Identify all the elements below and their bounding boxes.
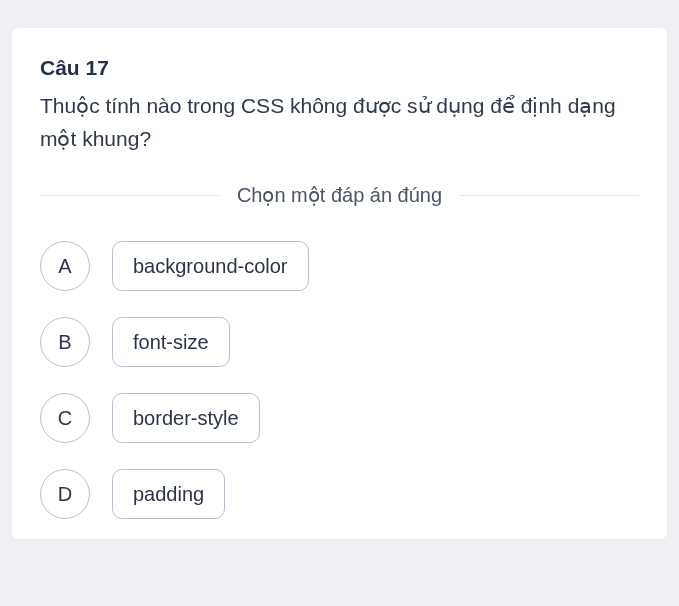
option-letter-d[interactable]: D bbox=[40, 469, 90, 519]
options-list: A background-color B font-size C border-… bbox=[40, 241, 639, 519]
option-d[interactable]: D padding bbox=[40, 469, 639, 519]
option-text-b[interactable]: font-size bbox=[112, 317, 230, 367]
divider-line-right bbox=[460, 195, 639, 196]
divider-line-left bbox=[40, 195, 219, 196]
instruction-divider: Chọn một đáp án đúng bbox=[40, 183, 639, 207]
option-text-c[interactable]: border-style bbox=[112, 393, 260, 443]
instruction-text: Chọn một đáp án đúng bbox=[219, 183, 460, 207]
option-letter-b[interactable]: B bbox=[40, 317, 90, 367]
option-b[interactable]: B font-size bbox=[40, 317, 639, 367]
question-text: Thuộc tính nào trong CSS không được sử d… bbox=[40, 90, 639, 155]
option-letter-a[interactable]: A bbox=[40, 241, 90, 291]
option-text-d[interactable]: padding bbox=[112, 469, 225, 519]
question-card: Câu 17 Thuộc tính nào trong CSS không đư… bbox=[12, 28, 667, 539]
question-number: Câu 17 bbox=[40, 56, 639, 80]
option-a[interactable]: A background-color bbox=[40, 241, 639, 291]
option-letter-c[interactable]: C bbox=[40, 393, 90, 443]
option-text-a[interactable]: background-color bbox=[112, 241, 309, 291]
option-c[interactable]: C border-style bbox=[40, 393, 639, 443]
